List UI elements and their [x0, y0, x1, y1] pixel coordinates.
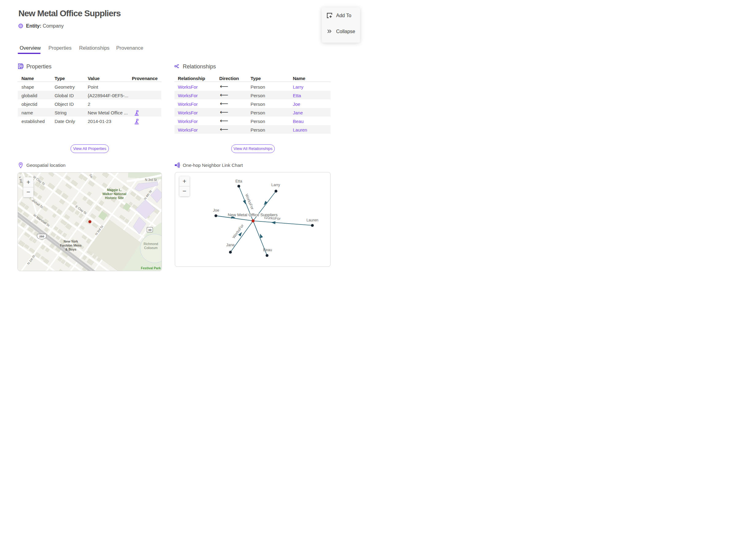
- svg-text:New York: New York: [64, 240, 78, 243]
- svg-text:Etta: Etta: [235, 179, 242, 183]
- svg-text:Walker National: Walker National: [102, 192, 126, 196]
- svg-text:WorksFor: WorksFor: [244, 193, 255, 210]
- svg-text:Beau: Beau: [263, 248, 272, 252]
- svg-text:33: 33: [148, 228, 151, 232]
- svg-text:250: 250: [39, 235, 44, 238]
- svg-text:& Boys: & Boys: [65, 247, 76, 251]
- svg-text:Fashion Mens: Fashion Mens: [60, 244, 82, 247]
- svg-text:Festival Park: Festival Park: [141, 266, 161, 270]
- svg-text:Maggie L.: Maggie L.: [107, 188, 122, 192]
- svg-text:Lauren: Lauren: [306, 218, 318, 222]
- svg-text:Historic Site: Historic Site: [105, 196, 124, 200]
- svg-text:New Metal Office Suppliers: New Metal Office Suppliers: [228, 213, 278, 217]
- svg-text:Jane: Jane: [226, 243, 235, 247]
- svg-text:Coliseum: Coliseum: [144, 246, 158, 250]
- svg-text:Larry: Larry: [271, 183, 280, 187]
- svg-text:N 3rd St: N 3rd St: [145, 178, 157, 182]
- svg-text:WorksFor: WorksFor: [232, 223, 245, 239]
- svg-text:Richmond: Richmond: [144, 242, 158, 246]
- svg-text:Joe: Joe: [213, 208, 219, 213]
